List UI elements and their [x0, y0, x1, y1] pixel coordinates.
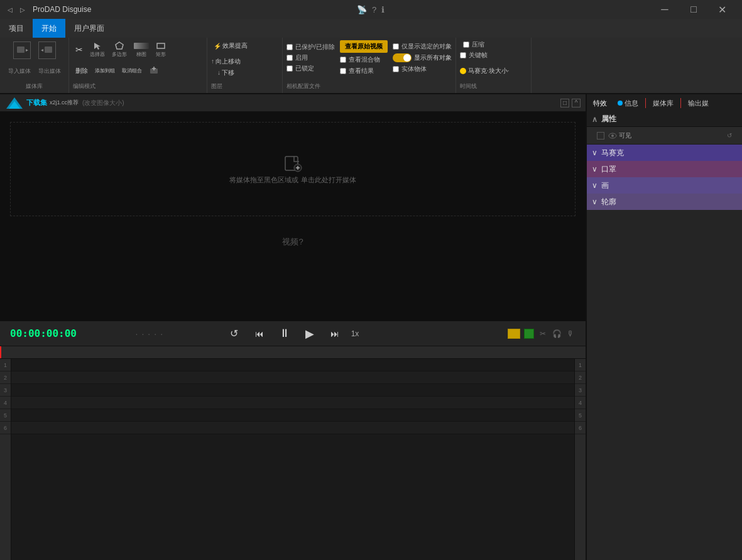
menu-ui[interactable]: 用户界面: [65, 19, 113, 38]
app-title: ProDAD Disguise: [33, 5, 91, 14]
view-result-checkbox[interactable]: 查看结果: [340, 67, 388, 75]
compress-input[interactable]: [463, 41, 469, 48]
track-num-4: 4: [0, 397, 11, 409]
title-bar-left: ◁ ▷ ProDAD Disguise: [5, 4, 91, 14]
visible-reset[interactable]: ↺: [727, 132, 732, 139]
visible-checkbox[interactable]: [597, 132, 604, 140]
show-all-toggle[interactable]: 显示所有对象: [393, 53, 452, 62]
step-forward-button[interactable]: ⏭: [326, 325, 344, 343]
properties-header[interactable]: ∧ 属性: [587, 112, 742, 127]
mosaic-section[interactable]: ∨ 马赛克: [587, 145, 742, 161]
view-mixed-checkbox[interactable]: 查看混合物: [340, 55, 388, 64]
polygon-button[interactable]: 多边形: [109, 40, 129, 59]
step-back-button[interactable]: ⏮: [251, 325, 268, 343]
move-up-button[interactable]: ↑ 向上移动: [211, 57, 241, 66]
face-chevron: ∨: [592, 181, 597, 190]
clip-icon-gold[interactable]: [508, 329, 520, 339]
compress-checkbox[interactable]: 压缩: [463, 40, 484, 49]
only-selected-input[interactable]: [393, 43, 399, 50]
contour-section[interactable]: ∨ 轮廓: [587, 194, 742, 210]
maximize-button[interactable]: □: [679, 0, 708, 19]
show-all-toggle-switch[interactable]: [393, 53, 412, 62]
expand-button[interactable]: □: [560, 99, 569, 107]
cancel-group-button[interactable]: 取消组合: [119, 66, 145, 75]
menu-start[interactable]: 开始: [33, 19, 65, 38]
tab-effects[interactable]: 特效: [588, 97, 612, 110]
locked-input[interactable]: [286, 65, 293, 72]
rectangle-button[interactable]: 矩形: [153, 40, 168, 59]
track-num-5: 5: [0, 409, 11, 422]
import-media-button[interactable]: [11, 40, 33, 60]
export-media-button[interactable]: [36, 40, 58, 60]
move-down-button[interactable]: ↓ 下移: [217, 69, 234, 77]
visible-toggle-row[interactable]: 可见 ↺: [592, 131, 737, 140]
track-row-1[interactable]: [11, 359, 574, 371]
tab-media-lib[interactable]: 媒体库: [648, 97, 679, 110]
canvas-toolbar-buttons: □ ^: [560, 99, 581, 107]
tab-info[interactable]: 信息: [613, 97, 643, 110]
eye-icon-area: 可见: [608, 131, 631, 140]
locked-checkbox[interactable]: 已锁定: [286, 64, 335, 73]
close-button[interactable]: ✕: [708, 0, 737, 19]
pause-button[interactable]: ⏸: [276, 325, 293, 343]
mosaic-row: 马赛克·块大小·: [460, 67, 510, 75]
scissors-button[interactable]: ✂: [73, 43, 85, 56]
enabled-input[interactable]: [286, 55, 293, 61]
solid-object-checkbox[interactable]: 实体物体: [393, 65, 452, 74]
track-row-6[interactable]: [11, 422, 574, 434]
enabled-checkbox[interactable]: 启用: [286, 53, 335, 62]
window-controls[interactable]: ─ □ ✕: [650, 0, 737, 19]
view-result-input[interactable]: [340, 68, 346, 74]
track-row-2[interactable]: [11, 371, 574, 384]
view-original-button[interactable]: 查看原始视频: [340, 40, 388, 53]
track-row-4[interactable]: [11, 397, 574, 409]
headphones-icon[interactable]: 🎧: [552, 329, 562, 339]
track-row-3[interactable]: [11, 384, 574, 397]
canvas-toolbar: 下载集 x2j1.cc推荐 (改变图像大小) □ ^: [0, 94, 586, 112]
pin-button[interactable]: ^: [572, 99, 581, 107]
tab-output[interactable]: 输出媒: [683, 97, 714, 110]
new-layer-button[interactable]: [146, 65, 161, 77]
track-row-5[interactable]: [11, 409, 574, 422]
track-num-r3: 3: [575, 384, 586, 397]
scissors-icon[interactable]: ✂: [538, 329, 548, 339]
ruler-1: 00:00:00:12: [44, 359, 70, 360]
clip-icon-green[interactable]: [524, 329, 534, 339]
protect-checkbox[interactable]: 已保护/已排除: [286, 43, 335, 52]
solid-object-input[interactable]: [393, 66, 399, 72]
view-mixed-input[interactable]: [340, 57, 346, 63]
track-numbers-left: 1 2 3 4 5 6: [0, 359, 11, 560]
back-icon[interactable]: ◁: [5, 4, 15, 14]
minimize-button[interactable]: ─: [650, 0, 679, 19]
track-num-6: 6: [0, 422, 11, 434]
visible-row: 可见 ↺: [587, 127, 742, 145]
canvas[interactable]: 将媒体拖至黑色区域或 单击此处打开媒体 视频?: [0, 112, 586, 321]
info-dot: [618, 101, 623, 106]
keyframes-input[interactable]: [460, 52, 466, 58]
delete-button[interactable]: 删除: [73, 65, 90, 77]
help-icon[interactable]: ?: [372, 5, 376, 14]
add-to-group-button[interactable]: 添加到组: [92, 66, 117, 75]
properties-chevron: ∧: [592, 115, 597, 124]
protect-input[interactable]: [286, 44, 293, 50]
menu-project[interactable]: 项目: [0, 19, 33, 38]
toolbar-right-mid: 马赛克·块大小·: [460, 67, 510, 75]
effect-boost-button[interactable]: ⚡ 效果提高: [211, 40, 250, 52]
mask-section[interactable]: ∨ 口罩: [587, 161, 742, 177]
mic-icon[interactable]: 🎙: [565, 329, 576, 339]
keyframes-checkbox[interactable]: 关键帧: [460, 51, 488, 60]
face-section[interactable]: ∨ 画: [587, 177, 742, 194]
selector-button[interactable]: 选择器: [87, 40, 107, 59]
drop-file-icon: [283, 153, 303, 173]
drop-zone[interactable]: 将媒体拖至黑色区域或 单击此处打开媒体: [10, 122, 576, 216]
tracks-content[interactable]: [11, 359, 574, 560]
only-selected-checkbox[interactable]: 仅显示选定的对象: [393, 42, 452, 51]
title-bar-right: 📡 ? ℹ: [357, 5, 385, 14]
gradient-button[interactable]: 梯图: [131, 40, 151, 59]
layer-section-label: 图层: [211, 82, 222, 91]
forward-icon[interactable]: ▷: [18, 4, 28, 14]
transport-right: ✂ 🎧 🎙: [508, 329, 576, 339]
play-button[interactable]: ▶: [301, 325, 319, 343]
rewind-button[interactable]: ↺: [226, 325, 243, 343]
transport-bar: 00:00:00:00 ····· ↺ ⏮ ⏸ ▶ ⏭ 1x ✂ 🎧 🎙: [0, 321, 586, 346]
